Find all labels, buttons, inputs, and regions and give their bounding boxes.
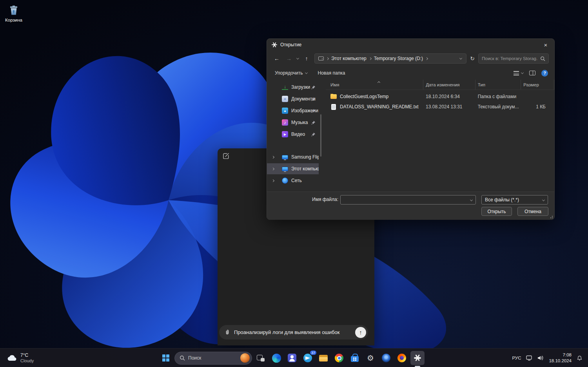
breadcrumb-this-pc[interactable]: Этот компьютер: [331, 56, 367, 61]
dialog-title: Открытие: [280, 42, 301, 47]
chevron-down-icon: [542, 199, 545, 201]
taskbar-file-explorer[interactable]: [316, 351, 330, 365]
chat-input-bar[interactable]: Проанализируй логи для выявления ошибок …: [219, 325, 368, 340]
recycle-bin[interactable]: Корзина: [2, 3, 26, 22]
language-indicator[interactable]: РУС: [512, 356, 521, 360]
expand-chevron-icon[interactable]: [272, 167, 274, 170]
dialog-footer: Имя файла: Все файлы (*.*) Открыть Отмен…: [267, 192, 554, 220]
open-button[interactable]: Открыть: [481, 207, 512, 216]
cast-device-icon[interactable]: [526, 355, 532, 361]
task-view-icon: [257, 355, 265, 362]
sidebar-item-videos[interactable]: ▶ Видео: [267, 129, 319, 140]
file-list: Имя Дата изменения Тип Размер CollectGue…: [326, 80, 554, 192]
sidebar-item-documents[interactable]: ≡ Документы: [267, 93, 319, 104]
search-highlight-image[interactable]: [240, 353, 250, 363]
sidebar-item-music[interactable]: ♪ Музыка: [267, 117, 319, 128]
sidebar-item-samsung-flip[interactable]: Samsung Flip: [267, 152, 319, 163]
teams-icon: [288, 354, 296, 362]
attach-icon[interactable]: [224, 329, 231, 336]
sidebar-item-pictures[interactable]: ▲ Изображени: [267, 105, 319, 116]
taskbar-store[interactable]: [348, 351, 362, 365]
file-row[interactable]: CollectGuestLogsTemp 18.10.2024 6:34 Пап…: [326, 91, 554, 102]
pictures-icon: ▲: [282, 108, 288, 114]
recycle-bin-label: Корзина: [5, 18, 22, 22]
taskbar-edge[interactable]: [269, 351, 283, 365]
address-dropdown-button[interactable]: [459, 58, 463, 60]
breadcrumb-current[interactable]: Temporary Storage (D:): [374, 56, 423, 61]
weather-widget[interactable]: 7°C Cloudy: [4, 349, 37, 367]
close-button[interactable]: ×: [537, 39, 554, 51]
chat-input-text[interactable]: Проанализируй логи для выявления ошибок: [234, 329, 352, 335]
up-button[interactable]: ↑: [302, 55, 311, 62]
volume-icon[interactable]: [537, 355, 544, 361]
sort-ascending-icon: [377, 81, 380, 84]
search-icon[interactable]: [540, 56, 545, 61]
sidebar-scrollbar[interactable]: [320, 114, 321, 157]
taskbar-settings[interactable]: ⚙: [363, 351, 377, 365]
task-view-button[interactable]: [254, 351, 268, 365]
preview-pane-button[interactable]: [529, 71, 535, 75]
recent-locations-chevron-icon[interactable]: [296, 57, 299, 59]
edge-icon: [272, 354, 281, 363]
dialog-content: ↓ Загрузки ≡ Документы ▲ Изображени ♪ Му…: [267, 80, 554, 192]
expand-chevron-icon[interactable]: [272, 179, 274, 182]
documents-icon: ≡: [282, 96, 288, 102]
search-box[interactable]: [478, 53, 549, 64]
forward-button[interactable]: →: [285, 55, 293, 62]
folder-icon: [330, 94, 337, 99]
music-icon: ♪: [282, 119, 288, 126]
chrome-icon: [335, 354, 343, 362]
pin-icon: [311, 109, 316, 114]
weather-temp: 7°C: [20, 352, 34, 358]
new-folder-button[interactable]: Новая папка: [318, 70, 345, 76]
filename-input[interactable]: [344, 197, 467, 203]
sidebar-item-network[interactable]: Сеть: [267, 175, 319, 186]
dialog-titlebar[interactable]: Открытие ×: [267, 39, 554, 51]
file-date: 18.10.2024 6:34: [423, 94, 475, 99]
expand-chevron-icon[interactable]: [272, 155, 274, 158]
filetype-select[interactable]: Все файлы (*.*): [481, 195, 548, 204]
new-chat-icon[interactable]: [221, 152, 230, 160]
address-bar[interactable]: Этот компьютер Temporary Storage (D:): [314, 53, 466, 64]
downloads-icon: ↓: [282, 84, 288, 90]
filename-label: Имя файла:: [305, 197, 338, 202]
drive-icon: [318, 57, 324, 60]
column-size[interactable]: Размер: [521, 80, 554, 89]
column-name[interactable]: Имя: [326, 80, 423, 89]
chevron-down-icon: [305, 71, 308, 74]
clock[interactable]: 7:08 18.10.2024: [549, 352, 572, 364]
back-button[interactable]: ←: [272, 55, 281, 62]
sidebar-item-this-pc[interactable]: Этот компьютер: [267, 163, 319, 174]
file-row[interactable]: DATALOSS_WARNING_README.txt 13.08.2024 1…: [326, 102, 554, 112]
chevron-down-icon[interactable]: [470, 199, 473, 201]
start-button[interactable]: [159, 351, 173, 365]
sidebar-item-downloads[interactable]: ↓ Загрузки: [267, 82, 319, 93]
text-file-icon: [331, 104, 336, 110]
organize-button[interactable]: Упорядочить: [275, 70, 307, 76]
help-button[interactable]: ?: [541, 70, 548, 77]
search-input[interactable]: [482, 56, 538, 61]
taskbar-chrome[interactable]: [332, 351, 346, 365]
dialog-toolbar: Упорядочить Новая папка ?: [267, 66, 554, 80]
notifications-bell-icon[interactable]: [577, 355, 583, 361]
send-button[interactable]: ↑: [355, 327, 366, 338]
file-date: 13.08.2024 13:31: [423, 104, 475, 110]
open-file-dialog: Открытие × ← → ↑ Этот компьютер Temporar…: [267, 38, 555, 220]
resize-grip[interactable]: [549, 215, 553, 218]
view-mode-button[interactable]: [514, 71, 523, 75]
recycle-bin-icon: [7, 3, 20, 16]
taskbar-chatgpt[interactable]: [410, 351, 425, 365]
refresh-button[interactable]: ↻: [470, 55, 475, 62]
organize-label: Упорядочить: [275, 70, 303, 76]
computer-icon: [282, 167, 288, 171]
search-label: Поиск: [188, 355, 237, 361]
taskbar-chat-app[interactable]: 37: [301, 351, 315, 365]
taskbar-teams[interactable]: [285, 351, 299, 365]
cancel-button[interactable]: Отмена: [517, 207, 548, 216]
taskbar-firefox[interactable]: [395, 351, 409, 365]
filename-combobox[interactable]: [340, 195, 476, 204]
taskbar-round-app[interactable]: [379, 351, 393, 365]
column-date-modified[interactable]: Дата изменения: [423, 80, 475, 89]
column-type[interactable]: Тип: [475, 80, 521, 89]
taskbar-search[interactable]: Поиск: [174, 352, 252, 365]
